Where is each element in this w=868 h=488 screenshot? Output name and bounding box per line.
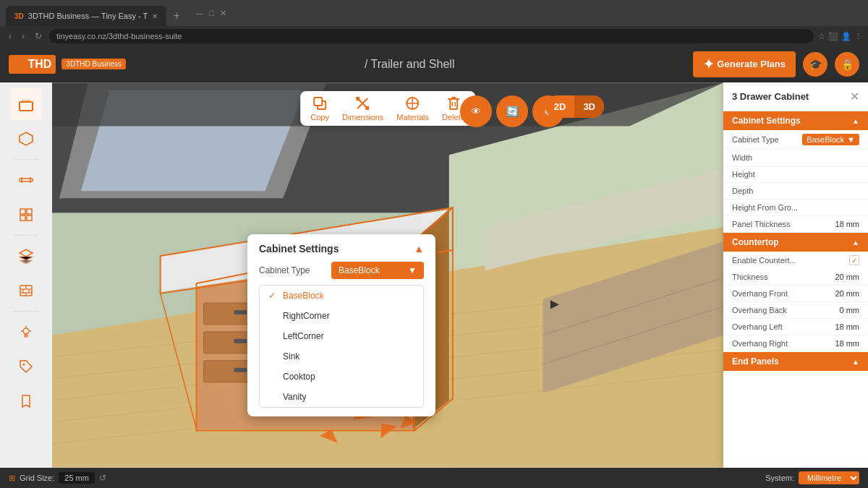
main-area: Copy Dimensions Materials Delete 👁 🔄 ⚙ 2… [0,82,868,468]
tool-measure-button[interactable] [10,164,42,196]
tool-floor-button[interactable] [10,88,42,120]
tool-grid-button[interactable] [10,199,42,231]
mode-3d-button[interactable]: 3D [574,95,604,118]
option-rightcorner[interactable]: RightCorner [260,306,423,326]
address-bar[interactable]: tinyeasy.co.nz/3dthd-business-suite [49,29,814,43]
overlay-header: Cabinet Settings ▲ [259,243,424,254]
tool-3d-button[interactable] [10,123,42,155]
height-label: Height [732,170,755,179]
mode-2d-button[interactable]: 2D [545,95,575,118]
help-button[interactable]: 🎓 [803,52,827,77]
svg-rect-59 [314,98,322,106]
panel-close-button[interactable]: ✕ [850,90,859,103]
logo-3d: 3D [13,58,27,71]
grid-icon: ⊞ [9,474,15,483]
header-title: / Trailer and Shell [135,58,684,71]
tool-wall-button[interactable] [10,275,42,307]
tool-separator-3 [13,311,39,312]
tab-close-icon[interactable]: ✕ [152,12,158,20]
dimensions-label: Dimensions [342,113,383,121]
tool-bookmark-button[interactable] [10,385,42,417]
check-icon: ✓ [268,291,278,301]
nav-icons: ☆ ⬛ 👤 ⋮ [818,32,862,41]
back-button[interactable]: ‹ [6,30,14,43]
panel-title: 3 Drawer Cabinet [732,91,809,102]
account-icon[interactable]: 👤 [841,32,851,41]
status-right: System: Millimetre [765,471,859,484]
tool-separator-1 [13,159,39,160]
copy-tool[interactable]: Copy [310,95,329,121]
option-vanity[interactable]: Vanity [260,387,423,407]
option-leftcorner[interactable]: LeftCorner [260,326,423,346]
cabinet-type-dropdown-menu: ✓ BaseBlock RightCorner LeftCorner Sink [259,285,424,408]
rotate-view-button[interactable]: 🔄 [496,95,528,127]
app-header: 3D THD 3DTHD Business / Trailer and Shel… [0,46,868,82]
overlay-collapse-icon[interactable]: ▲ [414,243,424,254]
option-baseblock[interactable]: ✓ BaseBlock [260,286,423,306]
end-panels-collapse-icon: ▲ [852,358,859,366]
cabinet-settings-overlay: Cabinet Settings ▲ Cabinet Type BaseBloc… [247,234,435,416]
tool-light-button[interactable] [10,316,42,348]
browser-chrome: 3D 3DTHD Business — Tiny Easy - T ✕ + — … [0,0,868,26]
svg-rect-0 [20,102,33,111]
cabinet-settings-section-header[interactable]: Cabinet Settings ▲ [723,111,868,130]
window-controls: — □ ✕ [195,9,226,18]
end-panels-section-header[interactable]: End Panels ▲ [723,352,868,371]
reset-button[interactable]: ↺ [99,473,106,483]
2d-3d-toggle: 2D 3D [545,95,604,118]
svg-rect-40 [234,310,247,314]
extension-icon[interactable]: ⬛ [828,32,838,41]
camera-view-button[interactable]: 👁 [460,95,492,127]
left-toolbar [0,82,52,468]
business-badge: 3DTHD Business [61,59,126,69]
depth-row: Depth [723,183,868,200]
tool-separator-2 [13,235,39,236]
countertop-collapse-icon: ▲ [852,239,859,247]
cabinet-type-select[interactable]: BaseBlock ▼ [802,134,859,145]
overlay-cabinet-type-select[interactable]: BaseBlock ▼ [331,262,424,279]
new-tab-button[interactable]: + [166,6,187,26]
svg-rect-63 [450,99,457,109]
tool-tag-button[interactable] [10,351,42,382]
selection-arrow: ► [548,296,562,312]
svg-point-16 [23,328,29,334]
cabinet-settings-collapse-icon: ▲ [852,117,859,125]
browser-tab[interactable]: 3D 3DTHD Business — Tiny Easy - T ✕ [6,6,166,26]
svg-rect-41 [234,339,247,343]
height-row: Height [723,166,868,183]
browser-nav: ‹ › ↻ tinyeasy.co.nz/3dthd-business-suit… [0,26,868,46]
countertop-thickness-row: Thickness 20 mm [723,269,868,286]
countertop-section-header[interactable]: Countertop ▲ [723,233,868,252]
overhang-back-row: Overhang Back 0 mm [723,302,868,319]
tool-layers-button[interactable] [10,240,42,272]
materials-tool[interactable]: Materials [396,95,429,121]
svg-rect-8 [27,215,32,221]
system-select[interactable]: Millimetre [799,471,859,484]
viewport[interactable]: Copy Dimensions Materials Delete 👁 🔄 ⚙ 2… [52,82,723,468]
option-cooktop[interactable]: Cooktop [260,367,423,387]
bookmark-icon[interactable]: ☆ [818,32,825,41]
materials-label: Materials [396,113,429,121]
option-sink[interactable]: Sink [260,346,423,367]
header-right: ✦ Generate Plans 🎓 🔒 [693,51,859,77]
overhang-front-row: Overhang Front 20 mm [723,286,868,302]
grid-size-value[interactable]: 25 mm [59,472,95,484]
svg-rect-7 [20,215,25,221]
generate-plans-button[interactable]: ✦ Generate Plans [693,51,796,77]
enable-countertop-checkbox[interactable]: ✓ [849,255,859,265]
overhang-right-row: Overhang Right 18 mm [723,335,868,352]
panel-thickness-row: Panel Thickness 18 mm [723,216,868,233]
logo-box: 3D THD [9,55,56,74]
overhang-left-row: Overhang Left 18 mm [723,319,868,335]
svg-rect-42 [234,368,247,372]
menu-icon[interactable]: ⋮ [854,32,862,41]
dimensions-tool[interactable]: Dimensions [342,95,383,121]
lock-button[interactable]: 🔒 [835,52,859,77]
panel-header: 3 Drawer Cabinet ✕ [723,82,868,111]
forward-button[interactable]: › [19,30,27,43]
width-row: Width [723,150,868,166]
browser-tabs: 3D 3DTHD Business — Tiny Easy - T ✕ + [6,0,187,26]
svg-rect-6 [27,209,32,214]
reload-button[interactable]: ↻ [32,30,45,43]
status-left: ⊞ Grid Size: 25 mm ↺ [9,472,106,484]
